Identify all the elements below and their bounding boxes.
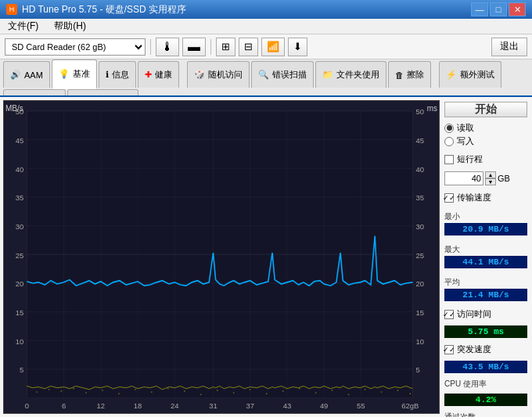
svg-text:5: 5 (20, 365, 23, 374)
svg-text:18: 18 (134, 401, 142, 409)
toolbar-download-button[interactable]: ⬇ (288, 38, 307, 56)
copy2-icon: ⊟ (244, 41, 253, 52)
y-axis-label-left: MB/s (5, 104, 23, 113)
svg-point-56 (49, 389, 50, 390)
tab-aam[interactable]: 🔊 AAM (3, 61, 50, 88)
spin-down-button[interactable]: ▼ (485, 178, 496, 185)
random-icon: 🎲 (194, 70, 205, 80)
toolbar-wifi-button[interactable]: 📶 (261, 38, 285, 56)
svg-point-78 (397, 390, 399, 391)
radio-write[interactable]: 写入 (444, 135, 527, 147)
gb-input-row: ▲ ▼ GB (444, 171, 527, 185)
svg-text:30: 30 (16, 222, 23, 231)
toolbar-separator-1 (150, 39, 151, 55)
svg-point-67 (217, 390, 218, 391)
start-button[interactable]: 开始 (444, 102, 527, 117)
minimize-button[interactable]: — (471, 2, 488, 16)
svg-text:40: 40 (16, 164, 23, 173)
burst-speed-checkbox: ✓ (444, 345, 454, 354)
info-icon: ℹ (106, 70, 109, 80)
svg-text:20: 20 (16, 279, 23, 288)
svg-text:25: 25 (16, 250, 23, 259)
svg-point-74 (332, 390, 333, 391)
svg-point-76 (365, 389, 366, 390)
app-icon: H (6, 4, 17, 15)
drive-select[interactable]: SD Card Reader (62 gB) (5, 38, 146, 56)
main-content: MB/s ms (0, 97, 532, 417)
svg-point-68 (233, 392, 235, 394)
svg-point-57 (61, 390, 63, 392)
stat-min-value: 20.9 MB/s (444, 223, 527, 235)
stat-max-label: 最大 (444, 244, 527, 255)
erase-icon: 🗑 (395, 70, 404, 80)
stat-max-section: 最大 44.1 MB/s (444, 243, 527, 269)
close-button[interactable]: ✕ (509, 2, 526, 16)
tab-folder-usage[interactable]: 📁 文件夹使用 (315, 61, 386, 88)
aam-icon: 🔊 (10, 70, 21, 80)
checkbox-access-time[interactable]: ✓ 访问时间 (444, 308, 527, 320)
short-stroke-checkbox (444, 155, 454, 164)
stat-avg-value: 21.4 MB/s (444, 289, 527, 301)
checkbox-burst-speed[interactable]: ✓ 突发速度 (444, 343, 527, 355)
toolbar-separator-2 (210, 39, 211, 55)
folder-icon: 📁 (322, 70, 333, 80)
svg-point-63 (151, 391, 153, 393)
tab-random-access[interactable]: 🎲 随机访问 (187, 61, 250, 88)
radio-read-circle (444, 124, 454, 133)
tab-health[interactable]: ✚ 健康 (138, 61, 179, 88)
svg-text:35: 35 (16, 193, 23, 202)
svg-text:15: 15 (16, 308, 23, 317)
svg-text:6: 6 (62, 401, 66, 409)
svg-point-55 (36, 391, 38, 393)
download-icon: ⬇ (293, 41, 302, 52)
svg-point-60 (102, 390, 103, 391)
toolbar-temp-button[interactable]: 🌡 (156, 38, 179, 56)
svg-text:15: 15 (416, 308, 424, 317)
svg-point-59 (85, 392, 87, 394)
svg-point-66 (200, 394, 202, 395)
menu-file[interactable]: 文件(F) (3, 18, 43, 34)
gb-input[interactable] (444, 171, 483, 185)
tab-erase[interactable]: 🗑 擦除 (388, 61, 431, 88)
svg-point-77 (381, 391, 383, 393)
svg-point-71 (282, 390, 284, 392)
maximize-button[interactable]: □ (490, 2, 507, 16)
toolbar-copy1-button[interactable]: ⊞ (216, 38, 235, 56)
svg-text:10: 10 (16, 336, 23, 345)
tab-bar: 🔊 AAM 💡 基准 ℹ 信息 ✚ 健康 🎲 随机访问 🔍 错误扫描 📁 文件夹… (0, 59, 532, 97)
svg-text:45: 45 (16, 136, 23, 145)
tab-file-benchmark[interactable]: 📊 文件基准 (3, 89, 66, 97)
svg-point-70 (266, 393, 268, 394)
window-controls[interactable]: — □ ✕ (471, 2, 526, 16)
svg-point-62 (135, 389, 136, 390)
stat-avg-label: 平均 (444, 277, 527, 288)
svg-text:50: 50 (416, 107, 424, 116)
svg-text:31: 31 (209, 401, 217, 409)
stat-burst-value: 43.5 MB/s (444, 361, 527, 373)
toolbar-copy2-button[interactable]: ⊟ (239, 38, 258, 56)
svg-text:30: 30 (416, 222, 424, 231)
svg-text:43: 43 (283, 401, 291, 409)
svg-point-75 (348, 394, 350, 395)
tab-disk-monitor[interactable]: 💽 磁盘监视器 (67, 89, 138, 97)
tab-benchmark[interactable]: 💡 基准 (52, 59, 97, 89)
svg-text:45: 45 (416, 136, 424, 145)
radio-read[interactable]: 读取 (444, 122, 527, 134)
scan-icon: 🔍 (258, 70, 269, 80)
toolbar-dash-button[interactable]: ▬ (182, 38, 206, 56)
title-text: HD Tune Pro 5.75 - 硬盘/SSD 实用程序 (22, 3, 186, 16)
exit-button[interactable]: 退出 (491, 38, 527, 56)
spin-buttons[interactable]: ▲ ▼ (485, 171, 496, 185)
tab-info[interactable]: ℹ 信息 (99, 61, 136, 88)
checkbox-transfer-speed[interactable]: ✓ 传输速度 (444, 192, 527, 203)
svg-text:0: 0 (25, 401, 29, 409)
svg-point-69 (250, 389, 251, 390)
menu-help[interactable]: 帮助(H) (49, 18, 91, 34)
tab-extra-test[interactable]: ⚡ 额外测试 (439, 61, 501, 88)
svg-point-58 (73, 388, 74, 390)
access-time-checkbox: ✓ (444, 310, 454, 319)
checkbox-short-stroke[interactable]: 短行程 (444, 153, 527, 165)
benchmark-icon: 💡 (59, 69, 70, 79)
tab-error-scan[interactable]: 🔍 错误扫描 (251, 61, 314, 88)
spin-up-button[interactable]: ▲ (485, 171, 496, 178)
